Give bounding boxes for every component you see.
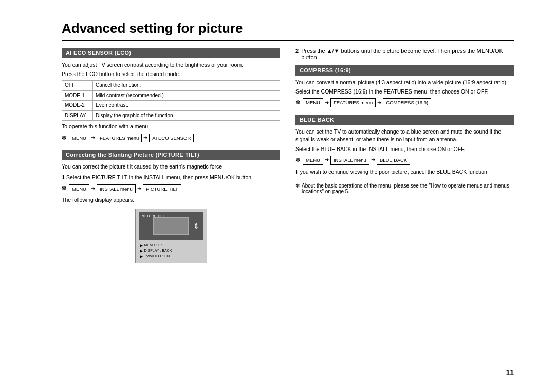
picture-tilt-diagram: PICTURE TILT ⇕ ▶MENU : OK ▶DISPLAY : BAC… <box>135 209 207 264</box>
arrow8: ➜ <box>371 156 375 164</box>
mode-table-col1: MODE-2 <box>62 101 93 111</box>
menu-box-install1: INSTALL menu <box>97 184 136 194</box>
picture-tilt-intro: You can correct the picture tilt caused … <box>62 163 280 171</box>
mode-table-col2: Cancel the function. <box>93 81 280 91</box>
blue-back-menu-path: ✽ MENU ➜ INSTALL menu ➜ BLUE BACK <box>295 156 514 165</box>
menu-box-install2: INSTALL menu <box>330 156 369 165</box>
dot3: ▶ <box>140 254 143 259</box>
menu-box-menu4: MENU <box>303 156 323 165</box>
arrow7: ➜ <box>325 156 329 164</box>
arrow3: ➜ <box>91 185 95 193</box>
tilt-info-line1: MENU : OK <box>144 242 163 248</box>
step2-block: 2 Press the ▲/▼ buttons until the pictur… <box>295 48 514 60</box>
mode-table-col2: Even contrast. <box>93 101 280 111</box>
blue-back-para3: If you wish to continue viewing the poor… <box>295 168 514 176</box>
step1-text: Select the PICTURE TILT in the INSTALL m… <box>66 174 253 180</box>
ai-eco-intro: You can adjust TV screen contrast accord… <box>62 61 280 69</box>
compress-menu-path: ✽ MENU ➜ FEATURES menu ➜ COMPRESS (16:9) <box>295 98 514 107</box>
step2-text: Press the ▲/▼ buttons until the picture … <box>301 48 514 60</box>
menu-box-features2: FEATURES menu <box>330 98 376 107</box>
compress-para2: Select the COMPRESS (16:9) in the FEATUR… <box>295 88 514 96</box>
tilt-screen <box>153 217 189 235</box>
mode-table-col1: MODE-1 <box>62 90 93 101</box>
arrow2: ➜ <box>143 134 147 142</box>
menu-box-features1: FEATURES menu <box>97 134 142 143</box>
menu-box-menu1: MENU <box>69 134 89 143</box>
blue-back-para1: You can set the TV to automatically chan… <box>295 128 514 143</box>
tilt-info-line3: TV/VIDEO : EXIT <box>144 254 172 259</box>
tilt-box-label: PICTURE TILT <box>141 214 164 219</box>
section-ai-eco-header: AI ECO SENSOR (ECO) <box>62 48 280 58</box>
left-column: AI ECO SENSOR (ECO) You can adjust TV sc… <box>62 48 280 270</box>
mode-table: OFFCancel the function.MODE-1Mild contra… <box>62 80 280 121</box>
menu-box-picture-tilt: PICTURE TILT <box>143 184 181 194</box>
menu-box-menu3: MENU <box>303 98 323 107</box>
note-line: ✽ About the basic operations of the menu… <box>295 183 514 194</box>
blue-back-para2: Select the BLUE BACK in the INSTALL menu… <box>295 145 514 153</box>
arrow6: ➜ <box>377 99 381 107</box>
mode-table-col2: Mild contrast (recommended.) <box>93 90 280 101</box>
section-compress-content: You can convert a normal picture (4:3 as… <box>295 79 514 107</box>
arrow1: ➜ <box>91 134 95 142</box>
section-ai-eco-content: You can adjust TV screen contrast accord… <box>62 61 280 142</box>
ai-eco-instruction: Press the ECO button to select the desir… <box>62 70 280 78</box>
mode-table-col1: DISPLAY <box>62 110 93 121</box>
note-asterisk: ✽ <box>295 183 300 194</box>
page-number: 11 <box>506 368 514 377</box>
step2-line: 2 Press the ▲/▼ buttons until the pictur… <box>295 48 514 60</box>
tilt-arrow-icon: ⇕ <box>193 221 199 231</box>
mode-table-col2: Display the graphic of the function. <box>93 110 280 121</box>
display-label: The following display appears. <box>62 196 280 204</box>
step1-num: 1 <box>62 174 65 180</box>
page-title: Advanced setting for picture <box>62 21 514 41</box>
asterisk3: ✽ <box>295 99 300 107</box>
compress-para1: You can convert a normal picture (4:3 as… <box>295 79 514 86</box>
tilt-info-line2: DISPLAY : BACK <box>144 248 172 253</box>
menu-label: To operate this function with a menu: <box>62 123 280 130</box>
note-text: About the basic operations of the menu, … <box>302 183 514 194</box>
dot1: ▶ <box>140 242 143 248</box>
section-blue-back-content: You can set the TV to automatically chan… <box>295 128 514 176</box>
menu-box-blue-back: BLUE BACK <box>377 156 410 165</box>
asterisk4: ✽ <box>295 156 300 164</box>
menu-box-compress: COMPRESS (16:9) <box>383 98 431 107</box>
menu-box-menu2: MENU <box>69 184 89 194</box>
arrow5: ➜ <box>325 99 329 107</box>
section-picture-tilt-header: Correcting the Slanting Picture (PICTURE… <box>62 150 280 160</box>
section-compress-header: COMPRESS (16:9) <box>295 65 514 76</box>
asterisk: ✽ <box>62 134 66 142</box>
asterisk2: ✽ <box>62 184 66 193</box>
section-blue-back-header: BLUE BACK <box>295 115 514 125</box>
mode-table-col1: OFF <box>62 81 93 91</box>
picture-tilt-screen-area: PICTURE TILT ⇕ <box>139 212 203 240</box>
tilt-info-area: ▶MENU : OK ▶DISPLAY : BACK ▶TV/VIDEO : E… <box>139 242 203 260</box>
menu-box-ai-eco: AI ECO SENSOR <box>149 134 194 143</box>
picture-tilt-menu-path: ✽ MENU ➜ INSTALL menu ➜ PICTURE TILT <box>62 184 280 194</box>
step2-num: 2 <box>295 48 299 60</box>
right-column: 2 Press the ▲/▼ buttons until the pictur… <box>295 48 514 270</box>
section-picture-tilt-content: You can correct the picture tilt caused … <box>62 163 280 263</box>
dot2: ▶ <box>140 248 143 254</box>
arrow4: ➜ <box>137 185 141 193</box>
ai-eco-menu-path: ✽ MENU ➜ FEATURES menu ➜ AI ECO SENSOR <box>62 134 280 143</box>
